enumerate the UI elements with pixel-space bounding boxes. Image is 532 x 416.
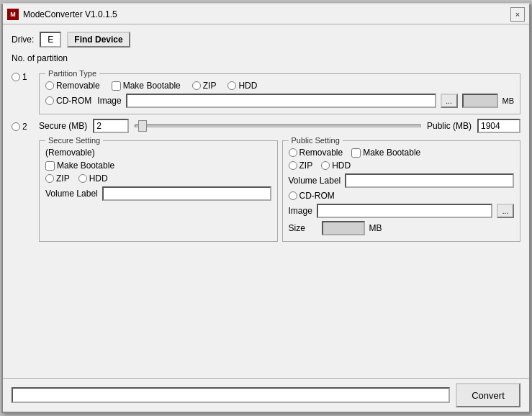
partition-2-row: 2 Secure (MB) Public (MB) (12, 119, 520, 242)
public-zip-label: ZIP (299, 160, 313, 171)
public-removable-label: Removable (299, 148, 343, 158)
public-size-mb-label: MB (369, 223, 382, 233)
close-button[interactable]: × (510, 7, 525, 22)
public-zip-radio[interactable] (289, 161, 297, 170)
main-content: Drive: Find Device No. of partition 1 Pa… (3, 24, 529, 378)
public-image-input[interactable] (317, 204, 492, 218)
public-size-label: Size (289, 223, 317, 233)
secure-vol-input[interactable] (102, 186, 271, 201)
partition-slider[interactable] (135, 125, 421, 127)
secure-zip-hdd-row: ZIP HDD (45, 173, 271, 184)
public-zip-hdd-row: ZIP HDD (289, 160, 515, 171)
removable-option: Removable (45, 81, 100, 91)
partition-1-radio-group: 1 (12, 69, 33, 82)
mb-label: MB (502, 96, 515, 105)
public-cdrom-option: CD-ROM (289, 191, 515, 201)
secure-removable-label: (Removable) (45, 148, 271, 158)
public-vol-input[interactable] (345, 173, 514, 188)
partition-1-label: 1 (22, 72, 27, 82)
removable-label: Removable (56, 81, 100, 91)
public-hdd-radio[interactable] (321, 161, 330, 170)
make-bootable-checkbox[interactable] (112, 81, 121, 91)
public-make-bootable-option: Make Bootable (351, 148, 420, 158)
public-cdrom-radio[interactable] (289, 191, 297, 200)
zip-option: ZIP (192, 81, 217, 91)
bottom-bar: Convert (3, 378, 529, 412)
cdrom-option: CD-ROM (45, 96, 91, 106)
progress-bar (12, 387, 450, 403)
p1-row1: Removable Make Bootable ZIP (45, 81, 514, 91)
public-make-bootable-label: Make Bootable (363, 148, 420, 158)
partition-1-inner: Removable Make Bootable ZIP (45, 81, 514, 108)
public-vol-row: Volume Label (289, 173, 515, 188)
drive-row: Drive: Find Device (12, 32, 520, 48)
secure-inner: (Removable) Make Bootable ZIP (45, 148, 271, 201)
public-image-row: Image ... (289, 204, 515, 218)
partition-2-label: 2 (22, 122, 27, 132)
public-removable-option: Removable (289, 148, 343, 158)
public-setting-legend: Public Setting (289, 136, 343, 145)
find-device-button[interactable]: Find Device (67, 32, 130, 48)
mb-input[interactable] (462, 94, 498, 108)
title-bar: M ModeConverter V1.0.1.5 × (3, 4, 529, 24)
drive-label: Drive: (12, 35, 34, 45)
secure-setting-fieldset: Secure Setting (Removable) Make Bootable (39, 136, 278, 242)
public-zip-option: ZIP (289, 160, 313, 171)
secure-hdd-option: HDD (78, 173, 108, 184)
partition-type-fieldset: Partition Type Removable Make Bootable (39, 69, 520, 114)
secure-make-bootable-label: Make Bootable (57, 160, 114, 171)
make-bootable-label: Make Bootable (123, 81, 181, 91)
hdd-label: HDD (238, 81, 257, 91)
title-bar-left: M ModeConverter V1.0.1.5 (7, 9, 117, 20)
secure-hdd-radio[interactable] (78, 174, 87, 183)
partition-2-radio[interactable] (12, 122, 20, 131)
p2-top-row: Secure (MB) Public (MB) (39, 119, 520, 133)
secure-make-bootable-checkbox[interactable] (45, 161, 55, 171)
public-vol-label: Volume Label (289, 176, 341, 186)
zip-radio[interactable] (192, 81, 201, 90)
secure-vol-row: Volume Label (45, 186, 271, 201)
secure-zip-option: ZIP (45, 173, 70, 184)
make-bootable-option: Make Bootable (112, 81, 181, 91)
cdrom-radio[interactable] (45, 96, 54, 105)
public-image-label: Image (289, 206, 312, 216)
removable-radio[interactable] (45, 81, 54, 90)
hdd-option: HDD (227, 81, 257, 91)
secure-zip-radio[interactable] (45, 174, 54, 183)
p2-settings-row: Secure Setting (Removable) Make Bootable (39, 136, 520, 242)
public-inner: Removable Make Bootable (289, 148, 515, 235)
partition-1-radio[interactable] (12, 73, 20, 81)
public-browse-button[interactable]: ... (497, 204, 514, 218)
slider-container (135, 125, 421, 127)
secure-make-bootable-option: Make Bootable (45, 160, 271, 171)
secure-hdd-label: HDD (89, 173, 108, 184)
public-mb-input[interactable] (477, 119, 520, 133)
image-input[interactable] (126, 94, 436, 108)
browse-button[interactable]: ... (441, 94, 458, 108)
public-removable-bootable-row: Removable Make Bootable (289, 148, 515, 158)
drive-input[interactable] (40, 32, 61, 48)
public-make-bootable-checkbox[interactable] (351, 148, 361, 158)
zip-label: ZIP (203, 81, 217, 91)
cdrom-label: CD-ROM (56, 96, 91, 106)
window-title: ModeConverter V1.0.1.5 (23, 9, 117, 19)
public-size-row: Size MB (289, 221, 515, 235)
public-hdd-label: HDD (332, 160, 351, 171)
public-setting-fieldset: Public Setting Removable Make (282, 136, 521, 242)
secure-mb-input[interactable] (93, 119, 129, 133)
public-hdd-option: HDD (321, 160, 351, 171)
app-icon: M (7, 9, 19, 20)
partition-2-outer: Secure (MB) Public (MB) Secure Setting (39, 119, 520, 242)
partition-section: 1 Partition Type Removable Make Boota (12, 69, 520, 242)
p1-row2: CD-ROM Image ... MB (45, 94, 514, 108)
public-removable-radio[interactable] (289, 148, 297, 157)
hdd-radio[interactable] (227, 81, 236, 90)
public-mb-label: Public (MB) (427, 121, 472, 131)
secure-zip-label: ZIP (56, 173, 70, 184)
secure-mb-label: Secure (MB) (39, 121, 87, 131)
public-size-input[interactable] (322, 221, 365, 235)
convert-button[interactable]: Convert (456, 383, 520, 407)
public-cdrom-label: CD-ROM (299, 191, 335, 201)
secure-setting-legend: Secure Setting (45, 136, 103, 145)
main-window: M ModeConverter V1.0.1.5 × Drive: Find D… (1, 3, 531, 413)
